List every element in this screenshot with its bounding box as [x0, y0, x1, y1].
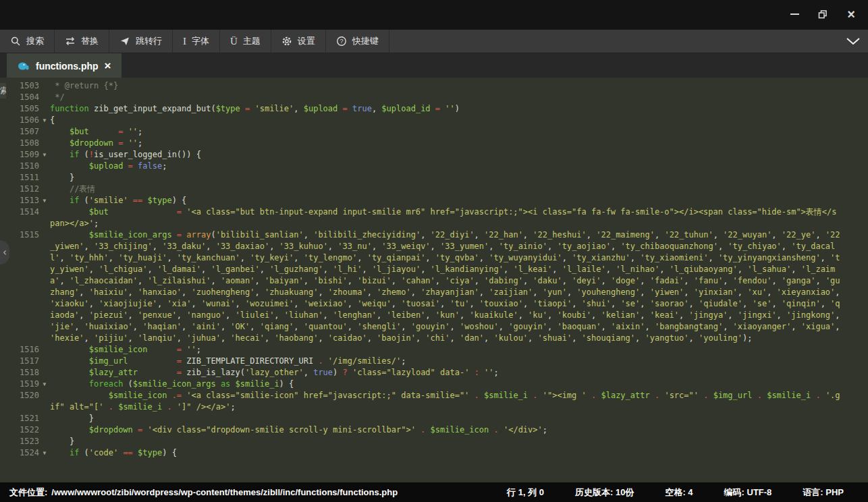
- code-line[interactable]: 1517 $img_url = ZIB_TEMPLATE_DIRECTORY_U…: [0, 356, 868, 367]
- fold-arrow-icon[interactable]: ▼: [39, 379, 50, 390]
- font-icon: I: [183, 36, 186, 47]
- line-number[interactable]: 1520: [0, 390, 39, 413]
- code-line[interactable]: 1503 * @return {*}: [0, 80, 868, 92]
- code-editor[interactable]: 1503 * @return {*}1504 */1505function zi…: [0, 78, 868, 482]
- php-file-icon: [18, 61, 30, 71]
- code-line[interactable]: 1521 }: [0, 413, 868, 424]
- jump-to-line-label: 跳转行: [136, 35, 162, 47]
- code-line[interactable]: 1506▼{: [0, 115, 868, 126]
- line-number[interactable]: 1518: [0, 367, 39, 379]
- fold-gutter: [39, 356, 50, 367]
- window-controls: ×: [788, 8, 857, 20]
- paper-plane-icon: [119, 36, 130, 47]
- line-number[interactable]: 1521: [0, 413, 39, 424]
- fold-gutter: [39, 161, 50, 172]
- code-line[interactable]: 1516 $smilie_icon = '';: [0, 344, 868, 356]
- settings-label: 设置: [298, 35, 315, 47]
- code-line[interactable]: 1513▼ if ('smilie' == $type) {: [0, 195, 868, 206]
- code-line[interactable]: 1519▼ foreach ($smilie_icon_args as $smi…: [0, 379, 868, 390]
- theme-label: 主题: [243, 35, 261, 47]
- line-number[interactable]: 1514: [0, 206, 39, 229]
- code-line[interactable]: 1515 $smilie_icon_args = array('bilibili…: [0, 229, 868, 344]
- maximize-button[interactable]: [817, 8, 829, 20]
- line-number[interactable]: 1508: [0, 138, 39, 149]
- code-line[interactable]: 1523 }: [0, 436, 868, 447]
- fold-arrow-icon[interactable]: ▼: [39, 115, 50, 126]
- history-versions[interactable]: 历史版本: 10份: [575, 486, 634, 499]
- close-icon: ×: [847, 9, 855, 20]
- line-number[interactable]: 1507: [0, 126, 39, 138]
- fold-arrow-icon[interactable]: ▼: [39, 447, 50, 459]
- svg-text:?: ?: [340, 38, 343, 45]
- line-number[interactable]: 1517: [0, 356, 39, 367]
- line-number[interactable]: 1516: [0, 344, 39, 356]
- code-line[interactable]: 1514 $but = '<a class="but btn-input-exp…: [0, 206, 868, 229]
- code-line[interactable]: 1524▼ if ('code' == $type) {: [0, 447, 868, 459]
- line-number[interactable]: 1512: [0, 184, 39, 195]
- fold-gutter: [39, 103, 50, 115]
- code-line[interactable]: 1505function zib_get_input_expand_but($t…: [0, 103, 868, 115]
- cursor-position[interactable]: 行 1, 列 0: [507, 486, 544, 499]
- line-number[interactable]: 1524: [0, 447, 39, 459]
- line-number[interactable]: 1519: [0, 379, 39, 390]
- line-number[interactable]: 1511: [0, 172, 39, 184]
- fold-gutter: [39, 172, 50, 184]
- toolbar-expand-button[interactable]: [845, 36, 861, 46]
- line-number[interactable]: 1523: [0, 436, 39, 447]
- code-area[interactable]: 1503 * @return {*}1504 */1505function zi…: [0, 80, 868, 459]
- font-label: 字体: [192, 35, 209, 47]
- file-location-label: 文件位置:: [9, 486, 47, 499]
- status-right-group: 行 1, 列 0 历史版本: 10份 空格: 4 编码: UTF-8 语言: P…: [507, 486, 859, 499]
- tab-bar: functions.php ×: [0, 53, 868, 78]
- shortcuts-button[interactable]: ? 快捷键: [326, 30, 389, 53]
- settings-button[interactable]: 设置: [271, 30, 326, 53]
- code-line[interactable]: 1512 //表情: [0, 184, 868, 195]
- code-line[interactable]: 1520 $smilie_icon .= '<a class="smilie-i…: [0, 390, 868, 413]
- search-label: 搜索: [26, 35, 44, 47]
- gear-icon: [281, 36, 292, 47]
- tab-functions-php[interactable]: functions.php ×: [7, 53, 121, 78]
- line-number[interactable]: 1509: [0, 149, 39, 161]
- fold-gutter: [39, 367, 50, 379]
- code-line[interactable]: 1510 $upload = false;: [0, 161, 868, 172]
- fold-gutter: [39, 229, 50, 344]
- status-bar: 文件位置: /www/wwwroot/zibi/wordpress/wp-con…: [0, 482, 868, 502]
- fold-arrow-icon[interactable]: ▼: [39, 149, 50, 161]
- font-button[interactable]: I 字体: [173, 30, 220, 53]
- code-line[interactable]: 1507 $but = '';: [0, 126, 868, 138]
- fold-gutter: [39, 126, 50, 138]
- language-setting[interactable]: 语言: PHP: [803, 486, 844, 499]
- theme-button[interactable]: Ü 主题: [220, 30, 271, 53]
- code-line[interactable]: 1509▼ if (!is_user_logged_in()) {: [0, 149, 868, 161]
- line-number[interactable]: 1505: [0, 103, 39, 115]
- chevron-down-icon: [845, 36, 861, 46]
- code-line[interactable]: 1522 $dropdown = '<div class="dropdown-s…: [0, 424, 868, 436]
- file-location: 文件位置: /www/wwwroot/zibi/wordpress/wp-con…: [9, 486, 398, 499]
- fold-gutter: [39, 184, 50, 195]
- replace-button[interactable]: 替换: [55, 30, 109, 53]
- fold-gutter: [39, 424, 50, 436]
- search-button[interactable]: 搜索: [0, 30, 55, 53]
- replace-icon: [65, 36, 76, 47]
- close-button[interactable]: ×: [845, 8, 857, 20]
- spaces-setting[interactable]: 空格: 4: [665, 486, 693, 499]
- line-number[interactable]: 1506: [0, 115, 39, 126]
- line-number[interactable]: 1513: [0, 195, 39, 206]
- line-number[interactable]: 1522: [0, 424, 39, 436]
- code-line[interactable]: 1508 $dropdown = '';: [0, 138, 868, 149]
- minimize-button[interactable]: [788, 8, 801, 20]
- code-line[interactable]: 1504 */: [0, 92, 868, 103]
- collapsed-panel-tab[interactable]: 索: [0, 83, 6, 99]
- tab-label: functions.php: [36, 61, 99, 72]
- maximize-icon: [817, 9, 828, 20]
- line-number[interactable]: 1510: [0, 161, 39, 172]
- title-bar: ×: [0, 0, 868, 30]
- tab-close-icon[interactable]: ×: [105, 60, 111, 72]
- encoding-setting[interactable]: 编码: UTF-8: [724, 486, 772, 499]
- fold-gutter: [39, 80, 50, 92]
- code-line[interactable]: 1518 $lazy_attr = zib_is_lazy('lazy_othe…: [0, 367, 868, 379]
- editor-window: × 搜索 替换 跳转行 I 字体 Ü 主题 设置 ? 快捷键: [0, 0, 868, 502]
- fold-arrow-icon[interactable]: ▼: [39, 195, 50, 206]
- jump-to-line-button[interactable]: 跳转行: [109, 30, 173, 53]
- code-line[interactable]: 1511 }: [0, 172, 868, 184]
